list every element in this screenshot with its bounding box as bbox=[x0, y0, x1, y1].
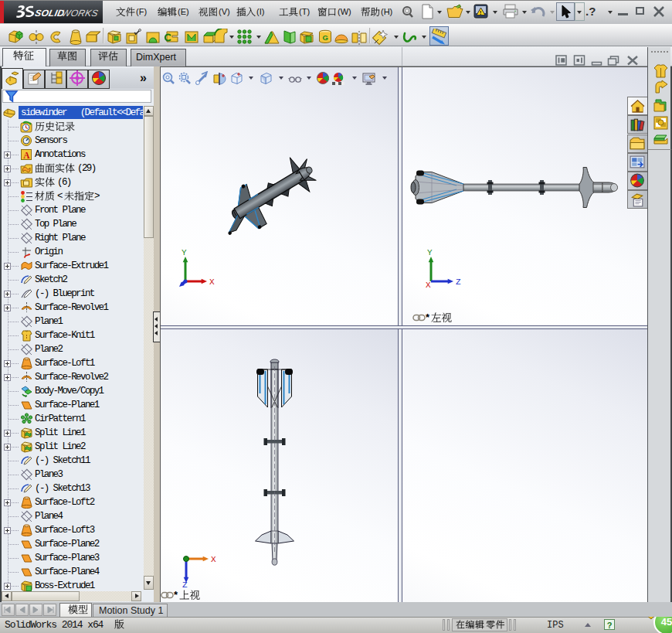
svg-text:!: ! bbox=[480, 10, 481, 15]
svg-text:A: A bbox=[23, 151, 30, 160]
svg-text:G: G bbox=[323, 33, 328, 42]
svg-text:WORKS: WORKS bbox=[61, 8, 100, 19]
